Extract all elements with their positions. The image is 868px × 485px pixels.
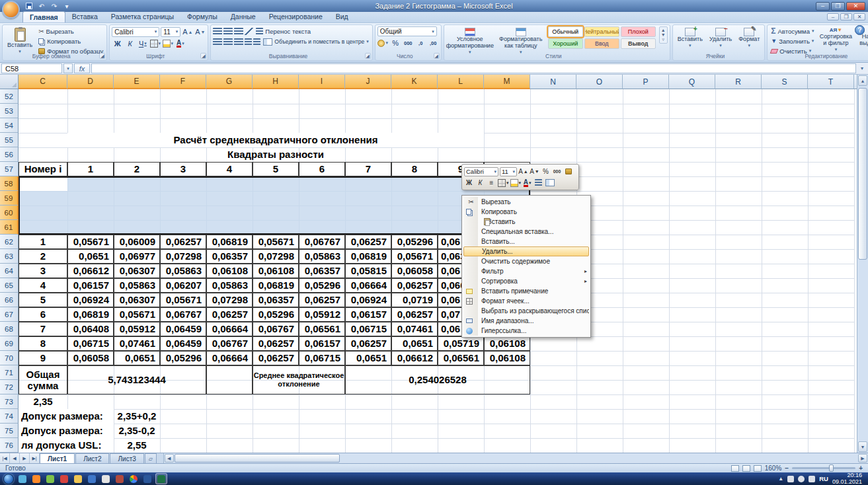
row-header-70[interactable]: 70 <box>0 351 19 365</box>
borders-button[interactable]: ▾ <box>149 38 161 49</box>
row-header-73[interactable]: 73 <box>0 394 19 409</box>
sheet-tab-2[interactable]: Лист2 <box>75 453 109 463</box>
cell-H64[interactable]: 0,06108 <box>253 264 299 278</box>
cell-K64[interactable]: 0,06058 <box>391 264 438 278</box>
cut-button[interactable]: ✂Вырезать <box>37 26 104 36</box>
increase-decimal-button[interactable]: ,0 <box>415 38 426 48</box>
office-button[interactable] <box>2 1 20 19</box>
cell-H70[interactable]: 0,06257 <box>253 351 299 365</box>
row-header-60[interactable]: 60 <box>0 205 19 220</box>
row-header-67[interactable]: 67 <box>0 307 19 322</box>
row-header-58[interactable]: 58 <box>0 176 19 191</box>
underline-button[interactable]: Ч▾ <box>137 38 148 49</box>
cell-J67[interactable]: 0,06157 <box>345 307 391 322</box>
cell-J64[interactable]: 0,05815 <box>345 264 391 278</box>
row-header-55[interactable]: 55 <box>0 133 19 147</box>
cell-D71[interactable]: 5,743123444 <box>67 365 206 394</box>
cell-style-1[interactable]: Нейтральный <box>584 26 619 37</box>
save-button[interactable] <box>24 1 34 11</box>
cell-C74[interactable]: Допуск размера: <box>19 409 114 424</box>
cell-E64[interactable]: 0,06307 <box>114 264 160 278</box>
cell-F69[interactable]: 0,06459 <box>160 336 206 351</box>
cell-F62[interactable]: 0,06257 <box>160 235 206 249</box>
workbook-close-button[interactable]: ✕ <box>853 13 865 20</box>
cell-C70[interactable]: 9 <box>19 351 67 365</box>
cell-J69[interactable]: 0,06257 <box>345 336 391 351</box>
cell-E67[interactable]: 0,05671 <box>114 307 160 322</box>
row-header-74[interactable]: 74 <box>0 409 19 424</box>
cell-L69[interactable]: 0,05719 <box>438 336 484 351</box>
format-as-table-button[interactable]: Форматировать как таблицу ▾ <box>496 26 546 56</box>
scroll-left-icon[interactable]: ◀ <box>165 454 174 463</box>
cell-E65[interactable]: 0,05863 <box>114 278 160 293</box>
align-middle-icon[interactable] <box>223 28 233 35</box>
network-icon[interactable] <box>809 476 815 482</box>
context-menu-item-2[interactable]: Вставить <box>463 217 589 227</box>
workbook-restore-button[interactable]: ❐ <box>840 13 852 20</box>
context-menu-item-6[interactable]: Очистить содержимое <box>463 256 589 266</box>
cell-C64[interactable]: 3 <box>19 264 67 278</box>
zoom-slider[interactable] <box>792 467 855 469</box>
antivirus-icon[interactable] <box>44 473 56 484</box>
mini-fill-color-button[interactable]: ▾ <box>510 178 522 188</box>
grow-font-button[interactable]: А▲ <box>182 26 193 37</box>
cell-G62[interactable]: 0,06819 <box>206 235 253 249</box>
language-indicator[interactable]: RU <box>819 475 828 482</box>
cell-C63[interactable]: 2 <box>19 249 67 264</box>
next-sheet-button[interactable]: ▶ <box>20 453 30 463</box>
cell-C75[interactable]: Допуск размера: <box>19 424 114 438</box>
row-header-69[interactable]: 69 <box>0 336 19 351</box>
row-header-71[interactable]: 71 <box>0 365 19 380</box>
number-dialog-launcher[interactable]: ◢ <box>434 53 440 59</box>
scroll-right-icon[interactable]: ▶ <box>858 454 867 463</box>
context-menu-item-12[interactable]: Имя диапазона... <box>463 316 589 326</box>
mini-comma-button[interactable]: 000 <box>552 167 562 176</box>
cell-I64[interactable]: 0,06357 <box>299 264 345 278</box>
sheet-tab-1[interactable]: Лист1 <box>40 453 75 463</box>
mini-indent-button[interactable] <box>533 178 543 188</box>
percent-style-button[interactable]: % <box>390 38 401 48</box>
cell-G71[interactable] <box>206 365 253 394</box>
row-header-56[interactable]: 56 <box>0 147 19 162</box>
context-menu-item-10[interactable]: Формат ячеек... <box>463 296 589 306</box>
last-sheet-button[interactable]: ▶| <box>30 453 40 463</box>
folder-icon[interactable] <box>72 473 84 484</box>
cell-F68[interactable]: 0,06459 <box>160 322 206 336</box>
cell-I68[interactable]: 0,06561 <box>299 322 345 336</box>
tray-expand-icon[interactable]: ▲ <box>778 476 783 482</box>
context-menu-item-8[interactable]: Сортировка▸ <box>463 276 589 286</box>
cell-F57[interactable]: 3 <box>160 162 206 176</box>
undo-button[interactable]: ↶ <box>36 1 47 11</box>
cell-H63[interactable]: 0,07298 <box>253 249 299 264</box>
cell-K65[interactable]: 0,06257 <box>391 278 438 293</box>
cell-E68[interactable]: 0,05912 <box>114 322 160 336</box>
cell-C62[interactable]: 1 <box>19 235 67 249</box>
cell-J68[interactable]: 0,06715 <box>345 322 391 336</box>
row-header-62[interactable]: 62 <box>0 235 19 249</box>
row-header-65[interactable]: 65 <box>0 278 19 293</box>
firefox-icon[interactable] <box>30 473 42 484</box>
decrease-indent-icon[interactable] <box>245 38 252 46</box>
cell-G57[interactable]: 4 <box>206 162 253 176</box>
cell-I63[interactable]: 0,05863 <box>299 249 345 264</box>
cell-K57[interactable]: 8 <box>391 162 438 176</box>
mini-bold-button[interactable]: Ж <box>464 178 474 188</box>
cell-H62[interactable]: 0,05671 <box>253 235 299 249</box>
insert-sheet-tab[interactable]: ▱ <box>145 453 157 463</box>
align-bottom-icon[interactable] <box>234 28 243 35</box>
ribbon-tab-1[interactable]: Вставка <box>65 11 104 22</box>
start-button[interactable] <box>3 474 14 484</box>
cell-I65[interactable]: 0,05296 <box>299 278 345 293</box>
cell-C69[interactable]: 8 <box>19 336 67 351</box>
column-header-E[interactable]: E <box>114 75 160 89</box>
column-header-D[interactable]: D <box>67 75 114 89</box>
horizontal-scroll-thumb[interactable] <box>175 454 340 463</box>
cell-E75[interactable]: 2,35-0,2 <box>114 424 160 438</box>
mail-icon[interactable] <box>114 473 126 484</box>
column-header-T[interactable]: T <box>808 75 854 89</box>
cell-H65[interactable]: 0,06819 <box>253 278 299 293</box>
context-menu-item-11[interactable]: Выбрать из раскрывающегося списка... <box>463 306 589 316</box>
cell-I62[interactable]: 0,06767 <box>299 235 345 249</box>
orientation-icon[interactable] <box>245 28 253 35</box>
mini-format-painter-button[interactable] <box>563 167 573 176</box>
